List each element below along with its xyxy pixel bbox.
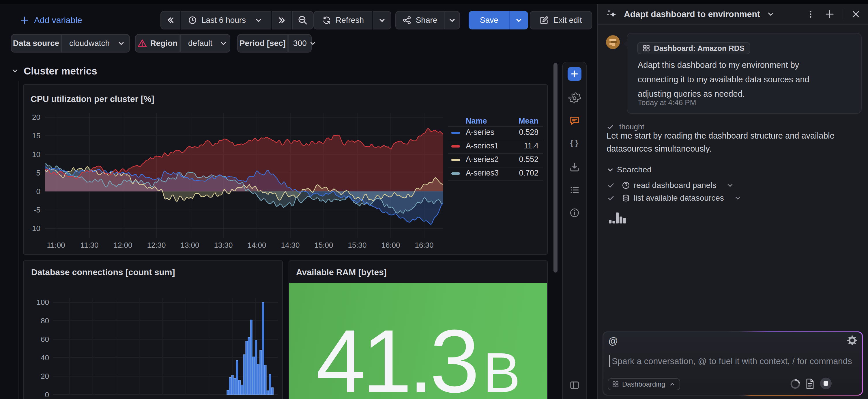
svg-text:100: 100 [37, 298, 49, 307]
svg-text:60: 60 [41, 335, 49, 344]
svg-text:0: 0 [45, 390, 49, 399]
svg-text:20: 20 [41, 372, 49, 380]
svg-text:40: 40 [41, 354, 49, 362]
svg-text:80: 80 [41, 316, 49, 325]
